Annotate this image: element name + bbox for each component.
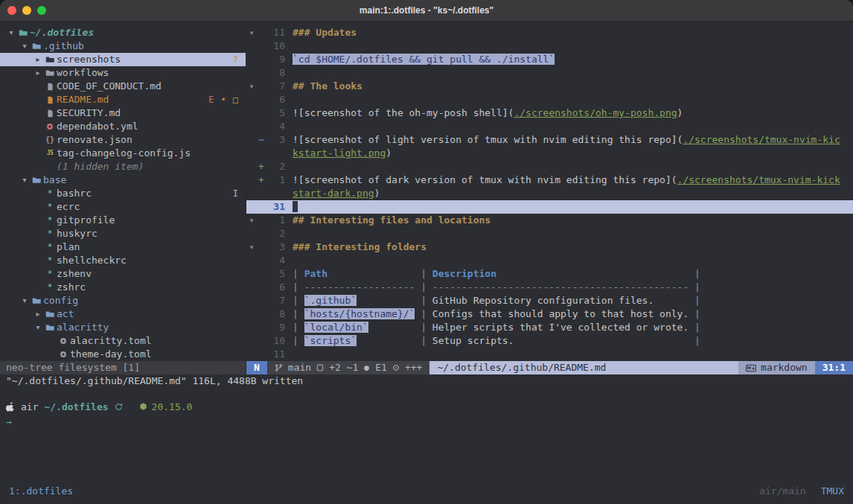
tree-item-1-hidden-item[interactable]: (1 hidden item)	[0, 160, 246, 173]
editor-line-8[interactable]: 8	[246, 66, 853, 80]
editor-line-2[interactable]: 2	[246, 227, 853, 240]
gutter-pad	[285, 281, 293, 294]
chevron-down-icon[interactable]: ▾	[19, 173, 30, 187]
editor-line-9[interactable]: 9`cd $HOME/.dotfiles && git pull && ./in…	[246, 53, 853, 66]
git-sign-column	[257, 334, 266, 348]
tree-item-code-of-conduct-md[interactable]: CODE_OF_CONDUCT.md	[0, 80, 246, 93]
editor-line-6[interactable]: 6	[246, 93, 853, 106]
editor-line-31[interactable]: 31	[246, 200, 853, 214]
tree-item-zshrc[interactable]: *zshrc	[0, 281, 246, 294]
git-sign-column: +	[257, 173, 266, 187]
zoom-button[interactable]	[37, 6, 46, 15]
editor-line-1[interactable]: +1![screenshot of dark version of tmux w…	[246, 173, 853, 187]
gutter-pad	[285, 147, 293, 160]
tree-item-label: workflows	[57, 66, 109, 80]
fold-icon[interactable]: ▾	[246, 240, 257, 254]
chevron-down-icon[interactable]: ▾	[19, 294, 30, 307]
editor-line-5[interactable]: 5| Path | Description |	[246, 267, 853, 281]
text-segment-h: ## Interesting files and locations	[293, 214, 491, 226]
close-button[interactable]	[7, 6, 16, 15]
chevron-right-icon[interactable]: ▸	[33, 53, 43, 66]
editor-line-5[interactable]: 5![screenshot of the oh-my-posh shell](.…	[246, 106, 853, 120]
fold-column	[246, 267, 257, 281]
tree-item-gitprofile[interactable]: *gitprofile	[0, 214, 246, 227]
tree-item-github[interactable]: ▾.github	[0, 39, 246, 53]
editor-line-10[interactable]: 10	[246, 39, 853, 53]
tree-item-act[interactable]: ▸act	[0, 307, 246, 321]
tree-item-screenshots[interactable]: ▸screenshots?	[0, 53, 246, 66]
text-segment-punct: |	[293, 308, 304, 319]
editor-line-wrap[interactable]: kstart-light.png)	[246, 147, 853, 160]
tree-item-label: README.md	[57, 93, 109, 106]
tree-item-ecrc[interactable]: *ecrc	[0, 200, 246, 214]
tree-item-renovate-json[interactable]: {}renovate.json	[0, 133, 246, 147]
editor-line-11[interactable]: ▾11### Updates	[246, 26, 853, 39]
editor-line-3[interactable]: ~3![screenshot of light version of tmux …	[246, 133, 853, 147]
editor-line-wrap[interactable]: start-dark.png)	[246, 187, 853, 200]
statusline-filepath: ~/.dotfiles/.github/README.md	[429, 361, 738, 374]
titlebar[interactable]: main:1:.dotfiles - "ks~/.dotfiles"	[0, 0, 853, 22]
chevron-right-icon[interactable]: ▸	[33, 66, 43, 80]
tree-item-tag-changelog-config-js[interactable]: JStag-changelog-config.js	[0, 147, 246, 160]
editor-line-4[interactable]: 4	[246, 254, 853, 267]
tmux-window-name[interactable]: 1:.dotfiles	[9, 485, 73, 497]
line-number: 5	[266, 267, 285, 281]
editor-line-7[interactable]: ▾7## The looks	[246, 80, 853, 93]
fold-icon[interactable]: ▾	[246, 26, 257, 39]
tree-item-huskyrc[interactable]: *huskyrc	[0, 227, 246, 240]
editor-line-8[interactable]: 8| `hosts/{hostname}/` | Configs that sh…	[246, 307, 853, 321]
tree-item-shellcheckrc[interactable]: *shellcheckrc	[0, 254, 246, 267]
git-sign-column	[257, 106, 266, 120]
line-text: | `hosts/{hostname}/` | Configs that sho…	[293, 307, 853, 321]
tree-item-bashrc[interactable]: *bashrcI	[0, 187, 246, 200]
chevron-right-icon[interactable]: ▸	[33, 307, 43, 321]
markdown-icon	[746, 364, 756, 372]
chevron-down-icon[interactable]: ▾	[6, 26, 16, 39]
text-segment-code: `hosts/{hostname}/`	[304, 308, 415, 319]
editor-line-7[interactable]: 7| `.github` | GitHub Repository configu…	[246, 294, 853, 307]
chevron-down-icon[interactable]: ▾	[33, 321, 43, 334]
fold-column	[246, 281, 257, 294]
tree-item-alacritty-toml[interactable]: alacritty.toml	[0, 334, 246, 348]
tree-item-zshenv[interactable]: *zshenv	[0, 267, 246, 281]
gutter-pad	[285, 133, 293, 147]
tree-item-plan[interactable]: *plan	[0, 240, 246, 254]
editor-line-1[interactable]: ▾1## Interesting files and locations	[246, 214, 853, 227]
text-segment-punct: |	[293, 322, 304, 333]
editor-line-11[interactable]: 11	[246, 348, 853, 361]
shell-input-line[interactable]: →	[6, 416, 12, 430]
tree-item-alacritty[interactable]: ▾alacritty	[0, 321, 246, 334]
minimize-button[interactable]	[22, 6, 31, 15]
text-segment-fg: ![screenshot of dark version of tmux wit…	[293, 174, 677, 185]
git-sign-column	[257, 26, 266, 39]
fold-column	[246, 93, 257, 106]
nvim-statusline: N main +2 ~1 E1	[246, 361, 853, 374]
node-version-segment: 20.15.0	[139, 401, 193, 412]
text-segment-link: kstart-light.png	[293, 147, 386, 159]
tree-item-workflows[interactable]: ▸workflows	[0, 66, 246, 80]
mode-indicator: N	[246, 361, 267, 374]
git-sign-column	[257, 240, 266, 254]
chevron-down-icon[interactable]: ▾	[19, 39, 30, 53]
editor-line-10[interactable]: 10| `scripts` | Setup scripts. |	[246, 334, 853, 348]
editor-line-9[interactable]: 9| `local/bin` | Helper scripts that I'v…	[246, 321, 853, 334]
tree-item-config[interactable]: ▾config	[0, 294, 246, 307]
tree-item-base[interactable]: ▾base	[0, 173, 246, 187]
tree-item-security-md[interactable]: SECURITY.md	[0, 106, 246, 120]
gutter-pad	[285, 160, 293, 173]
tree-item-readme-md[interactable]: README.mdE•□	[0, 93, 246, 106]
git-sign-column: ~	[257, 133, 266, 147]
fold-icon[interactable]: ▾	[246, 80, 257, 93]
editor-line-4[interactable]: 4	[246, 120, 853, 133]
line-text	[293, 93, 853, 106]
line-text	[293, 160, 853, 173]
fold-icon[interactable]: ▾	[246, 214, 257, 227]
tree-item-theme-day-toml[interactable]: theme-day.toml	[0, 348, 246, 361]
tree-item-dependabot-yml[interactable]: dependabot.yml	[0, 120, 246, 133]
editor-line-3[interactable]: ▾3### Interesting folders	[246, 240, 853, 254]
editor-line-2[interactable]: +2	[246, 160, 853, 173]
fold-column	[246, 227, 257, 240]
editor-line-6[interactable]: 6| ------------------- | ---------------…	[246, 281, 853, 294]
tree-item-dotfiles[interactable]: ▾~/.dotfiles	[0, 26, 246, 39]
node-version: 20.15.0	[152, 401, 193, 412]
